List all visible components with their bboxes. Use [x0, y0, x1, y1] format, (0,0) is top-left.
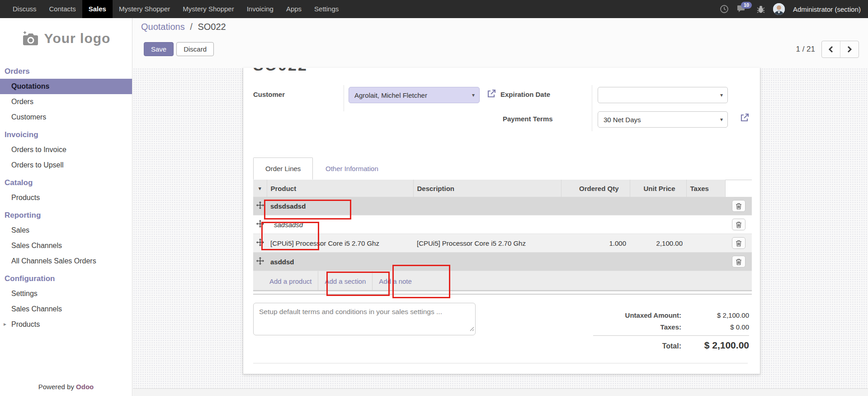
- nav-item-mystery-shopper[interactable]: Mystery Shopper: [113, 0, 176, 18]
- label-separator: [592, 85, 592, 131]
- sidebar-item-customers[interactable]: Customers: [0, 110, 132, 125]
- discard-button[interactable]: Discard: [176, 42, 214, 56]
- nav-item-invoicing[interactable]: Invoicing: [241, 0, 280, 18]
- messages-icon[interactable]: 10: [737, 4, 749, 14]
- tab-order-lines[interactable]: Order Lines: [253, 157, 313, 180]
- sidebar-item-quotations[interactable]: Quotations: [0, 79, 132, 94]
- expiration-date-field[interactable]: ▾: [598, 87, 728, 103]
- price-cell[interactable]: 2,100.00: [630, 234, 686, 253]
- breadcrumb-quotations-link[interactable]: Quotations: [141, 22, 185, 32]
- save-button[interactable]: Save: [144, 42, 174, 56]
- section-text-cell[interactable]: asddsd: [267, 253, 725, 271]
- note-text-cell[interactable]: sadsadsd: [267, 215, 725, 234]
- nav-item-sales[interactable]: Sales: [82, 0, 113, 18]
- activities-clock-icon[interactable]: [720, 5, 729, 14]
- dropdown-caret-icon[interactable]: ▾: [720, 92, 723, 98]
- delete-line-button[interactable]: [732, 200, 745, 212]
- sidebar-item-sales[interactable]: Sales: [0, 223, 132, 238]
- debug-bug-icon[interactable]: [757, 5, 765, 14]
- sidebar-item-sales-channels[interactable]: Sales Channels: [0, 238, 132, 253]
- product-cell[interactable]: [CPUi5] Processor Core i5 2.70 Ghz: [267, 234, 413, 253]
- breadcrumb-separator: /: [187, 22, 195, 32]
- drag-handle[interactable]: [253, 253, 267, 271]
- customer-field[interactable]: Agrolait, Michel Fletcher ▾: [349, 87, 480, 103]
- expand-arrow-icon[interactable]: ▸: [4, 321, 6, 327]
- list-toggle-caret-icon[interactable]: ▾: [253, 180, 267, 197]
- table-footer-row: Add a productAdd a sectionAdd a note: [253, 271, 752, 291]
- order-line-row-section[interactable]: asddsd: [253, 253, 752, 271]
- desc-cell[interactable]: [CPUi5] Processor Core i5 2.70 Ghz: [413, 234, 561, 253]
- column-header-description[interactable]: Description: [413, 180, 561, 197]
- nav-item-mystery-shopper[interactable]: Mystery Shopper: [176, 0, 240, 18]
- section-text-cell[interactable]: sdsdsadsd: [267, 197, 725, 215]
- sidebar-item-orders-to-upsell[interactable]: Orders to Upsell: [0, 157, 132, 173]
- column-header-product[interactable]: Product: [267, 180, 413, 197]
- drag-handle-icon: [256, 201, 264, 209]
- sidebar-section-orders: Orders: [0, 62, 132, 79]
- trash-icon: [736, 221, 742, 228]
- sidebar-item-sales-channels[interactable]: Sales Channels: [0, 301, 132, 317]
- message-count-badge: 10: [741, 2, 752, 9]
- column-header-ordered-qty[interactable]: Ordered Qty: [561, 180, 630, 197]
- chevron-right-icon: [846, 46, 853, 53]
- total-label: Total:: [593, 342, 681, 350]
- payment-terms-external-link-icon[interactable]: [740, 113, 750, 123]
- pager-previous-button[interactable]: [822, 41, 840, 57]
- dropdown-caret-icon[interactable]: ▾: [472, 92, 475, 98]
- top-navbar: DiscussContactsSalesMystery ShopperMyste…: [0, 0, 868, 18]
- table-scrollbar-track[interactable]: [253, 290, 752, 291]
- sidebar-item-all-channels-sales-orders[interactable]: All Channels Sales Orders: [0, 253, 132, 269]
- tab-other-information[interactable]: Other Information: [321, 157, 383, 180]
- column-header-taxes[interactable]: Taxes: [686, 180, 725, 197]
- delete-line-button[interactable]: [732, 237, 745, 249]
- drag-handle[interactable]: [253, 234, 267, 253]
- drag-handle-icon: [256, 220, 264, 228]
- company-logo[interactable]: Your logo: [0, 31, 132, 46]
- sidebar-item-orders-to-invoice[interactable]: Orders to Invoice: [0, 142, 132, 157]
- sidebar-item-products[interactable]: Products: [0, 190, 132, 205]
- sidebar-item-products[interactable]: ▸Products: [0, 317, 132, 332]
- customer-external-link-icon[interactable]: [486, 89, 496, 99]
- totals-block: Untaxed Amount: $ 2,100.00 Taxes: $ 0.00…: [593, 311, 749, 355]
- column-header-unit-price[interactable]: Unit Price: [630, 180, 686, 197]
- pager-next-button[interactable]: [840, 41, 859, 57]
- dropdown-caret-icon[interactable]: ▾: [720, 116, 723, 123]
- delete-cell: [725, 253, 752, 271]
- sidebar-item-orders[interactable]: Orders: [0, 94, 132, 110]
- drag-handle[interactable]: [253, 215, 267, 234]
- trash-icon: [736, 203, 742, 210]
- add-a-product-link[interactable]: Add a product: [253, 271, 318, 291]
- column-header-delete: [725, 180, 752, 197]
- taxes-cell[interactable]: [686, 234, 725, 253]
- user-menu[interactable]: Administrator (section): [793, 5, 861, 13]
- order-line-row-note[interactable]: sadsadsd: [253, 215, 752, 234]
- nav-item-discuss[interactable]: Discuss: [6, 0, 43, 18]
- odoo-brand-link[interactable]: Odoo: [76, 383, 94, 391]
- sidebar-section-configuration: Configuration: [0, 269, 132, 286]
- payment-terms-field[interactable]: 30 Net Days ▾: [598, 111, 728, 128]
- nav-item-contacts[interactable]: Contacts: [43, 0, 82, 18]
- nav-item-settings[interactable]: Settings: [308, 0, 345, 18]
- order-line-row-section[interactable]: sdsdsadsd: [253, 197, 752, 215]
- add-a-note-link[interactable]: Add a note: [373, 271, 418, 291]
- delete-line-button[interactable]: [732, 256, 745, 267]
- drag-handle[interactable]: [253, 197, 267, 215]
- qty-cell[interactable]: 1.000: [561, 234, 630, 253]
- taxes-value: $ 0.00: [681, 323, 749, 331]
- resize-handle-icon[interactable]: [469, 324, 474, 334]
- trash-icon: [736, 240, 742, 247]
- sidebar-item-settings[interactable]: Settings: [0, 286, 132, 301]
- sidebar-section-catalog: Catalog: [0, 173, 132, 190]
- sheet-bottom-divider: [253, 363, 748, 363]
- odoo-sales-quotation-page: { "colors": { "accent": "#7c7bad", "anno…: [0, 0, 868, 396]
- untaxed-amount-value: $ 2,100.00: [681, 311, 749, 319]
- user-avatar[interactable]: [773, 3, 785, 15]
- record-pager: 1 / 21: [796, 41, 859, 58]
- order-line-row-product[interactable]: [CPUi5] Processor Core i5 2.70 Ghz[CPUi5…: [253, 234, 752, 253]
- systray: 10 Administrator (section): [720, 0, 868, 18]
- add-a-section-link[interactable]: Add a section: [318, 271, 373, 291]
- order-lines-table: ▾ProductDescriptionOrdered QtyUnit Price…: [253, 180, 752, 291]
- terms-and-conditions-textarea[interactable]: Setup default terms and conditions in yo…: [253, 303, 476, 335]
- delete-line-button[interactable]: [732, 219, 745, 230]
- nav-item-apps[interactable]: Apps: [280, 0, 308, 18]
